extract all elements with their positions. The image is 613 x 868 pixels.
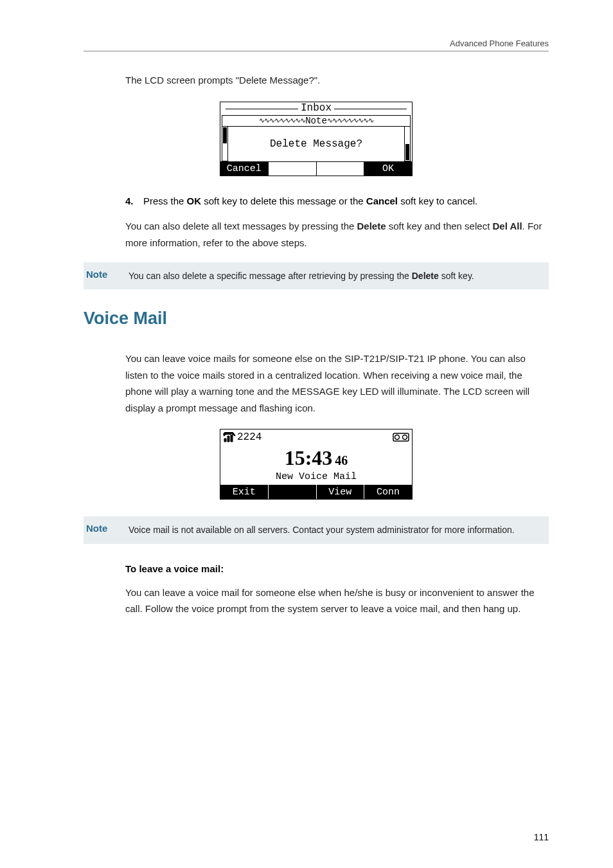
voicemail-para: You can leave voice mails for someone el… (125, 350, 549, 416)
para-del-all: You can also delete all text messages by… (125, 218, 549, 251)
softkey-cancel[interactable]: Cancel (220, 162, 269, 176)
scrollbar-left (222, 127, 228, 161)
page-number: 111 (534, 832, 549, 842)
wave-left: ∿∿∿∿∿∿∿∿∿ (259, 116, 305, 125)
delete-prompt: Delete Message? (228, 127, 404, 161)
softkey-blank-2 (317, 162, 365, 176)
softkey-blank (269, 485, 317, 499)
lcd-voicemail: 2224 15:4346 New Voice Mail Exit View Co… (220, 429, 413, 500)
leave-voicemail-heading: To leave a voice mail: (125, 563, 549, 574)
softkey-conn[interactable]: Conn (364, 485, 412, 499)
voicemail-icon (393, 433, 409, 442)
page-header: Advanced Phone Features (84, 39, 549, 51)
clock-time: 15:4346 (220, 444, 412, 471)
softkey-blank-1 (269, 162, 317, 176)
svg-rect-0 (393, 433, 409, 441)
scrollbar-right (404, 127, 411, 161)
note-label: Note (84, 269, 129, 280)
svg-point-1 (395, 435, 400, 440)
extension-number: 2224 (237, 431, 262, 443)
new-voicemail-text: New Voice Mail (220, 471, 412, 485)
lcd-inbox-dialog: Inbox ∿∿∿∿∿∿∿∿∿ Note ∿∿∿∿∿∿∿∿∿ Delete Me… (220, 102, 413, 176)
note-delete: Note You can also delete a specific mess… (84, 262, 549, 289)
softkey-exit[interactable]: Exit (220, 485, 269, 499)
softkey-view[interactable]: View (317, 485, 365, 499)
note-label: Note (305, 116, 327, 126)
step-4: 4. Press the OK soft key to delete this … (125, 193, 549, 210)
lcd-title: Inbox (298, 102, 334, 114)
note-label-2: Note (84, 523, 129, 534)
leave-voicemail-para: You can leave a voice mail for someone e… (125, 584, 549, 617)
softkey-ok[interactable]: OK (364, 162, 412, 176)
voice-mail-heading: Voice Mail (84, 309, 549, 329)
wave-right: ∿∿∿∿∿∿∿∿∿ (327, 116, 373, 125)
signal-icon (223, 432, 236, 442)
note-voicemail: Note Voice mail is not available on all … (84, 516, 549, 543)
intro-text: The LCD screen prompts "Delete Message?"… (125, 72, 549, 89)
svg-point-2 (403, 435, 407, 440)
